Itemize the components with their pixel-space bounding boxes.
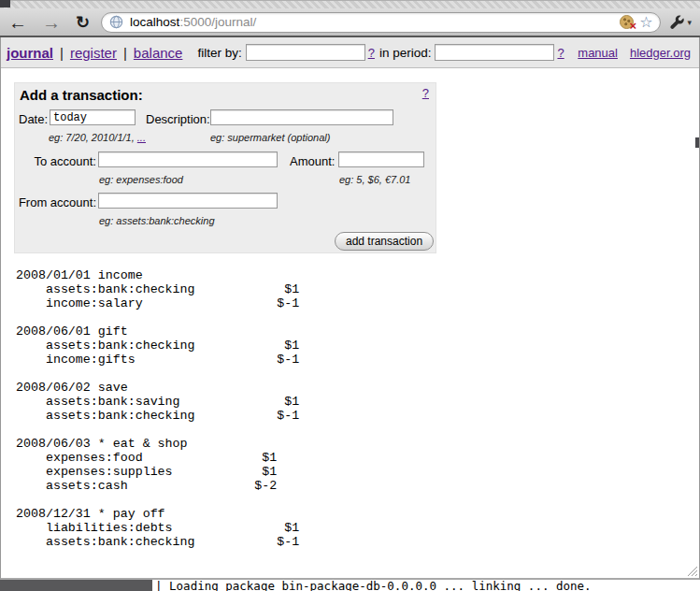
scrollbar-thumb[interactable] — [695, 137, 699, 148]
address-bar[interactable]: localhost:5000/journal/ ☆ — [101, 12, 661, 33]
date-input[interactable] — [50, 109, 136, 125]
from-account-label: From account: — [15, 195, 96, 209]
nav-link-journal[interactable]: journal — [7, 45, 53, 61]
from-account-hint: eg: assets:bank:checking — [99, 215, 215, 226]
url-path: :5000/journal/ — [179, 15, 256, 29]
manual-link[interactable]: manual — [578, 46, 618, 60]
period-label: in period: — [379, 46, 432, 60]
nav-link-balance[interactable]: balance — [134, 45, 183, 61]
desktop-corner — [0, 0, 10, 7]
hledger-org-link[interactable]: hledger.org — [630, 46, 691, 60]
journal-text: 2008/01/01 income assets:bank:checking $… — [16, 268, 699, 549]
window-drag-strip — [0, 0, 700, 8]
reload-button[interactable]: ↻ — [76, 14, 90, 31]
filter-input[interactable] — [246, 44, 365, 61]
wrench-menu-button[interactable]: ▾ — [669, 15, 692, 30]
nav-separator: | — [123, 45, 127, 61]
period-help-link[interactable]: ? — [557, 46, 564, 60]
amount-hint: eg: 5, $6, €7.01 — [339, 174, 410, 185]
resize-grip-icon[interactable] — [686, 565, 698, 577]
amount-input[interactable] — [338, 151, 424, 167]
back-button[interactable]: ← — [8, 13, 27, 32]
nav-separator: | — [60, 45, 64, 61]
browser-toolbar: ← → ↻ localhost:5000/journal/ ☆ ▾ — [0, 8, 700, 37]
cookie-blocked-icon[interactable] — [620, 15, 634, 29]
period-input[interactable] — [435, 44, 554, 61]
url-text[interactable]: localhost:5000/journal/ — [130, 15, 256, 29]
to-account-label: To account: — [15, 154, 96, 168]
nav-link-register[interactable]: register — [70, 45, 117, 61]
filter-label: filter by: — [197, 46, 241, 60]
browser-chrome: ← → ↻ localhost:5000/journal/ ☆ ▾ — [0, 0, 700, 37]
app-navbar: journal | register | balance filter by: … — [1, 37, 699, 68]
add-transaction-button[interactable]: add transaction — [335, 232, 434, 251]
form-help-link[interactable]: ? — [422, 86, 429, 100]
from-account-input[interactable] — [98, 193, 278, 209]
date-hint-more-link[interactable]: ... — [137, 132, 146, 143]
amount-label: Amount: — [290, 154, 335, 168]
browser-viewport: journal | register | balance filter by: … — [0, 37, 700, 580]
background-window — [0, 580, 152, 591]
form-title: Add a transaction: — [20, 87, 143, 103]
description-hint: eg: supermarket (optional) — [210, 132, 330, 143]
bookmark-star-icon[interactable]: ☆ — [639, 15, 652, 30]
description-label: Description: — [146, 112, 210, 126]
forward-button[interactable]: → — [42, 13, 61, 32]
date-hint: eg: 7/20, 2010/1/1, ... — [49, 132, 146, 143]
to-account-hint: eg: expenses:food — [99, 174, 183, 185]
filter-help-link[interactable]: ? — [368, 46, 375, 60]
description-input[interactable] — [210, 109, 393, 125]
site-globe-icon[interactable] — [109, 15, 123, 29]
date-label: Date: — [19, 112, 48, 126]
desktop-background: | Loading package bin-package-db-0.0.0.0… — [0, 580, 700, 591]
terminal-output: | Loading package bin-package-db-0.0.0.0… — [152, 580, 700, 591]
wrench-icon — [669, 15, 684, 30]
to-account-input[interactable] — [98, 151, 278, 167]
menu-caret-icon: ▾ — [687, 18, 692, 27]
url-host: localhost — [130, 15, 179, 29]
add-transaction-form: Add a transaction: ? Date: Description: … — [14, 82, 436, 253]
